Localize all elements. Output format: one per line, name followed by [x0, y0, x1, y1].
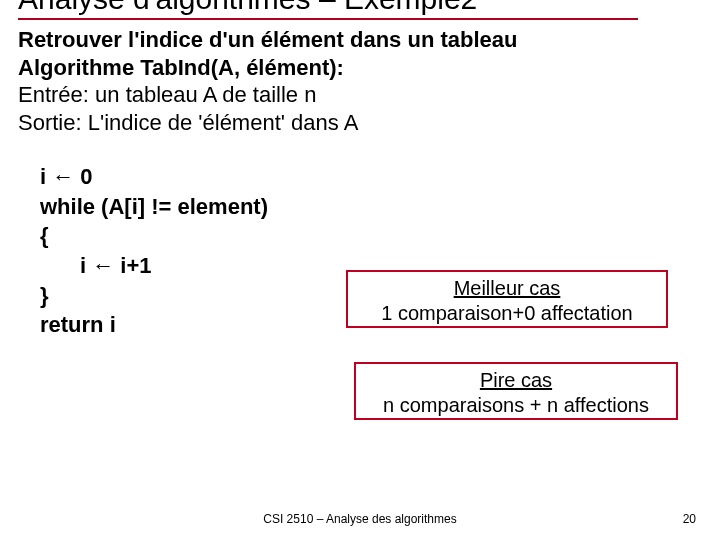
slide: Analyse d'algorithmes – Exemple2 Retrouv… — [0, 0, 720, 540]
worst-case-text: n comparaisons + n affections — [362, 393, 670, 418]
page-number: 20 — [683, 512, 696, 526]
best-case-box: Meilleur cas 1 comparaison+0 affectation — [346, 270, 668, 328]
body-text: Retrouver l'indice d'un élément dans un … — [18, 26, 702, 136]
left-arrow-icon: ← — [52, 164, 74, 189]
entree-line: Entrée: un tableau A de taille n — [18, 81, 702, 109]
left-arrow-icon: ← — [92, 253, 114, 278]
algo-signature: Algorithme TabInd(A, élément): — [18, 54, 702, 82]
code-line-2: while (A[i] != element) — [40, 192, 702, 222]
sortie-line: Sortie: L'indice de 'élément' dans A — [18, 109, 702, 137]
footer-text: CSI 2510 – Analyse des algorithmes — [0, 512, 720, 526]
title-wrap: Analyse d'algorithmes – Exemple2 — [18, 0, 638, 20]
code-line-1: i ← 0 — [40, 162, 702, 192]
worst-case-title: Pire cas — [362, 368, 670, 393]
worst-case-box: Pire cas n comparaisons + n affections — [354, 362, 678, 420]
problem-heading: Retrouver l'indice d'un élément dans un … — [18, 26, 702, 54]
best-case-text: 1 comparaison+0 affectation — [354, 301, 660, 326]
code-line-3: { — [40, 221, 702, 251]
slide-title: Analyse d'algorithmes – Exemple2 — [18, 0, 638, 18]
best-case-title: Meilleur cas — [354, 276, 660, 301]
